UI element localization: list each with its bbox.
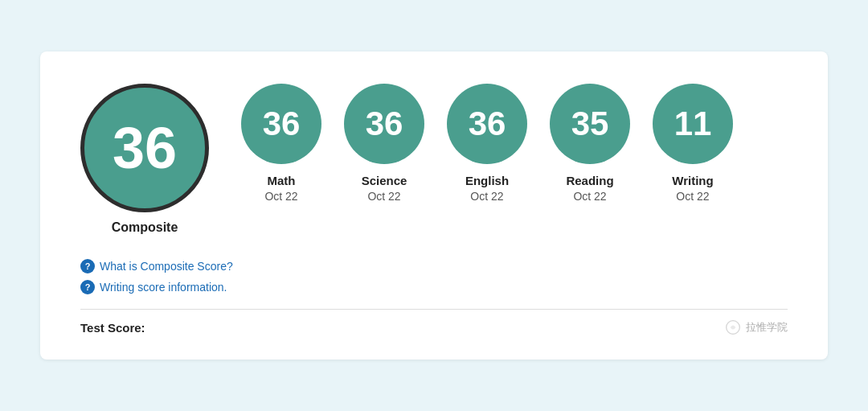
reading-date: Oct 22: [566, 189, 613, 205]
math-subject: Math: [264, 172, 297, 189]
writing-date: Oct 22: [672, 189, 713, 205]
english-date: Oct 22: [465, 189, 509, 205]
question-icon-2: ?: [80, 280, 95, 294]
science-date: Oct 22: [362, 189, 407, 205]
english-score-item: 36 English Oct 22: [447, 84, 527, 205]
reading-label: Reading Oct 22: [566, 172, 613, 205]
math-score-value: 36: [263, 105, 301, 143]
math-score-item: 36 Math Oct 22: [241, 84, 321, 205]
test-score-label: Test Score:: [80, 321, 145, 335]
reading-score-value: 35: [571, 105, 609, 143]
score-card: 36 Composite 36 Math Oct 22 36 Scie: [40, 51, 828, 360]
writing-info-link[interactable]: ? Writing score information.: [80, 280, 788, 294]
composite-score-item: 36 Composite: [80, 84, 209, 235]
math-circle: 36: [241, 84, 321, 164]
watermark-text: 拉惟学院: [746, 320, 788, 335]
english-circle: 36: [447, 84, 527, 164]
reading-score-item: 35 Reading Oct 22: [550, 84, 630, 205]
composite-score-value: 36: [113, 115, 177, 181]
composite-label: Composite: [112, 220, 178, 235]
english-subject: English: [465, 172, 509, 189]
reading-circle: 35: [550, 84, 630, 164]
science-circle: 36: [344, 84, 424, 164]
test-score-row: Test Score: 拉惟学院: [80, 309, 788, 335]
question-icon-1: ?: [80, 259, 95, 273]
writing-score-value: 11: [674, 105, 712, 143]
science-score-value: 36: [366, 105, 403, 143]
scores-row: 36 Composite 36 Math Oct 22 36 Scie: [80, 84, 788, 235]
reading-subject: Reading: [566, 172, 613, 189]
science-label: Science Oct 22: [362, 172, 407, 205]
science-score-item: 36 Science Oct 22: [344, 84, 424, 205]
writing-label: Writing Oct 22: [672, 172, 713, 205]
writing-score-item: 11 Writing Oct 22: [653, 84, 733, 205]
math-label: Math Oct 22: [264, 172, 297, 205]
composite-circle: 36: [80, 84, 209, 212]
composite-info-text: What is Composite Score?: [100, 260, 233, 273]
english-label: English Oct 22: [465, 172, 509, 205]
english-score-value: 36: [469, 105, 506, 143]
subject-scores: 36 Math Oct 22 36 Science Oct 22 36: [241, 84, 733, 205]
writing-subject: Writing: [672, 172, 713, 189]
writing-circle: 11: [653, 84, 733, 164]
watermark-icon: [725, 319, 741, 335]
info-links-section: ? What is Composite Score? ? Writing sco…: [80, 259, 788, 294]
watermark: 拉惟学院: [725, 319, 788, 335]
writing-info-text: Writing score information.: [100, 281, 227, 294]
composite-info-link[interactable]: ? What is Composite Score?: [80, 259, 788, 273]
math-date: Oct 22: [264, 189, 297, 205]
science-subject: Science: [362, 172, 407, 189]
